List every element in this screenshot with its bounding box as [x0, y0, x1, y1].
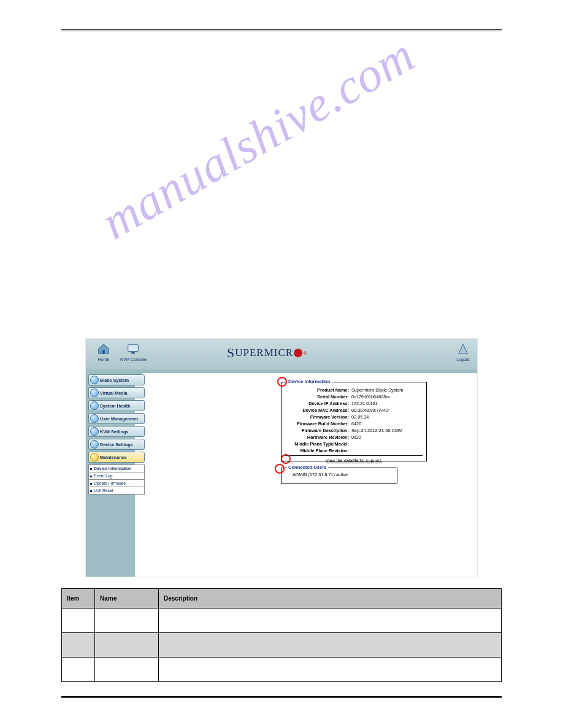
table-cell [159, 609, 502, 633]
kvm-label: KVM Console [120, 357, 147, 362]
sidebar-item-system-health[interactable]: System Health [88, 400, 145, 411]
device-information-panel: Device Information Product Name:Supermic… [281, 382, 427, 461]
field-label: Hardware Revision: [285, 434, 351, 440]
logo-dot-icon [294, 349, 302, 357]
table-cell [159, 633, 502, 658]
table-cell [62, 609, 95, 633]
submenu-update-firmware[interactable]: Update Firmware [88, 480, 145, 487]
field-value [351, 448, 423, 453]
table-row [62, 658, 502, 682]
globe-icon [90, 440, 99, 449]
home-label: Home [98, 357, 110, 362]
sidebar-item-label: Virtual Media [100, 390, 128, 396]
brand-logo: SUPERMICR® [227, 345, 308, 361]
logout-button[interactable]: Logout [456, 343, 470, 362]
sidebar-item-kvm-settings[interactable]: KVM Settings [88, 426, 145, 437]
field-label: Serial Number: [285, 394, 351, 400]
controls-table: Item Name Description [61, 588, 502, 682]
svg-rect-0 [102, 350, 105, 354]
submenu-event-log[interactable]: Event Log [88, 472, 145, 480]
svg-rect-2 [132, 352, 136, 354]
sidebar-item-label: KVM Settings [100, 429, 128, 434]
sidebar-item-blade-system[interactable]: Blade System [88, 374, 145, 385]
sidebar-item-label: System Health [100, 403, 131, 409]
field-value [351, 441, 423, 447]
sidebar-item-virtual-media[interactable]: Virtual Media [88, 387, 145, 398]
table-cell [62, 658, 95, 682]
field-value: 02.05.34 [351, 414, 423, 420]
table-cell [95, 633, 159, 658]
globe-icon [90, 401, 99, 410]
globe-icon [90, 389, 99, 397]
table-cell [159, 658, 502, 682]
sidebar-item-maintenance[interactable]: Maintenance [88, 452, 145, 463]
view-datafile-link[interactable]: View the datafile for support. [285, 458, 423, 463]
field-value: 172.31.0.161 [351, 401, 423, 406]
sidebar-item-device-settings[interactable]: Device Settings [88, 439, 145, 450]
top-rule [61, 29, 502, 32]
sidebar-item-label: Blade System [100, 377, 129, 383]
sidebar-item-label: Maintenance [100, 455, 127, 460]
home-button[interactable]: Home [97, 343, 110, 362]
submenu-device-information[interactable]: Device Information [88, 464, 145, 472]
logout-icon [456, 343, 470, 356]
panel-legend: Connected Users [286, 464, 328, 470]
table-row [62, 609, 502, 633]
callout-circle-icon [275, 464, 285, 474]
table-cell [62, 633, 95, 658]
field-label: Middle Plane Revision: [285, 448, 351, 453]
callout-circle-icon [277, 377, 287, 387]
svg-rect-1 [128, 345, 139, 352]
field-label: Middle Plane Type/Model: [285, 441, 351, 447]
sidebar-submenu: Device Information Event Log Update Firm… [88, 464, 145, 495]
panel-legend: Device Information [286, 379, 332, 384]
app-toolbar: Home KVM Console Logout SUPERMICR® [86, 339, 477, 370]
field-label: Firmware Build Number: [285, 421, 351, 427]
field-label: Firmware Version: [285, 414, 351, 420]
connected-users-panel: Connected Users ADMIN (172.31.8.71) acti… [281, 468, 397, 483]
gear-icon [90, 453, 99, 461]
table-header: Item [62, 589, 95, 609]
field-value: 0c129d01b64608cc [351, 394, 423, 400]
field-value: 00:30:48:99:7A:4D [351, 408, 423, 413]
field-label: Device IP Address: [285, 401, 351, 406]
field-value: Supermicro Blade System [351, 387, 423, 393]
kvm-console-button[interactable]: KVM Console [120, 343, 147, 362]
sidebar-item-label: User Management [100, 416, 138, 422]
sidebar: Blade System Virtual Media System Health… [88, 374, 145, 495]
field-value: 6420 [351, 421, 423, 427]
table-cell [95, 609, 159, 633]
callout-circle-icon [281, 454, 291, 464]
table-header: Description [159, 589, 502, 609]
table-cell [95, 658, 159, 682]
globe-icon [90, 414, 99, 423]
globe-icon [90, 376, 99, 384]
field-label: Device MAC Address: [285, 408, 351, 413]
sidebar-item-user-management[interactable]: User Management [88, 413, 145, 424]
table-header: Name [95, 589, 159, 609]
logout-label: Logout [456, 357, 469, 362]
field-label: Firmware Description: [285, 428, 351, 433]
bottom-rule [61, 696, 502, 699]
watermark-text: manualshive.com [92, 27, 424, 251]
globe-icon [90, 427, 99, 436]
table-row [62, 633, 502, 658]
sidebar-item-label: Device Settings [100, 442, 133, 447]
monitor-icon [126, 343, 140, 356]
field-value: Sep-24-2012-23-56-CMM [351, 428, 423, 433]
field-value: 0x22 [351, 434, 423, 440]
submenu-unit-reset[interactable]: Unit Reset [88, 487, 145, 495]
field-label: Product Name: [285, 387, 351, 393]
home-icon [97, 343, 110, 356]
screenshot-panel: Home KVM Console Logout SUPERMICR® Blade [85, 338, 478, 577]
